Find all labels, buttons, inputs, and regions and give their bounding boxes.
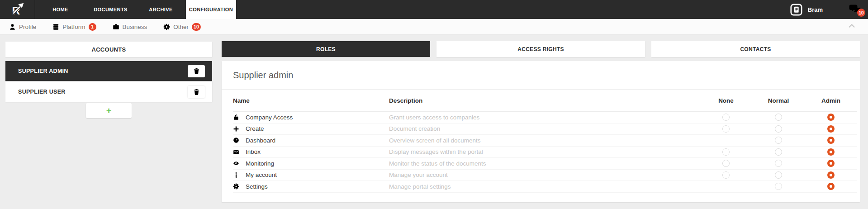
permission-description: Overview screen of all documents [389,137,700,144]
permission-name: Inbox [246,148,261,155]
collapse-toggle[interactable] [848,22,855,31]
trash-icon [193,89,200,95]
permission-name: Company Access [246,114,293,121]
subnav-label: Profile [19,24,36,30]
roles-panel: ROLES ACCESS RIGHTS CONTACTS Supplier ad… [222,41,860,202]
plus-icon [233,126,239,132]
add-account-button[interactable]: + [86,103,132,118]
radio-admin[interactable] [827,137,835,144]
radio-none[interactable] [722,160,730,167]
main-nav-tabs: HOME DOCUMENTS ARCHIVE CONFIGURATION [35,0,236,19]
account-item-supplier-admin[interactable]: SUPPLIER ADMIN [5,61,212,81]
permission-description: Monitor the status of the documents [389,160,700,167]
subnav-item-other[interactable]: Other 10 [163,23,200,31]
permission-name: My account [246,171,277,178]
permission-name: Settings [246,183,268,190]
column-header-name: Name [233,97,389,104]
permissions-table-header: Name Description None Normal Admin [233,90,857,112]
permission-name: Dashboard [246,137,275,144]
column-header-description: Description [389,97,700,104]
radio-normal[interactable] [775,160,782,167]
nav-tab-home[interactable]: HOME [35,0,85,19]
radio-normal[interactable] [775,148,782,156]
account-label: SUPPLIER ADMIN [18,68,68,74]
chat-badge: 10 [857,9,865,17]
permission-description: Manage your account [389,171,700,178]
column-header-normal: Normal [752,97,805,104]
accounts-list: SUPPLIER ADMIN SUPPLIER USER [5,61,212,102]
top-nav: HOME DOCUMENTS ARCHIVE CONFIGURATION Bra… [0,0,868,19]
permission-row-monitoring: Monitoring Monitor the status of the doc… [233,158,857,170]
subnav-label: Other [173,24,189,30]
account-item-supplier-user[interactable]: SUPPLIER USER [5,82,212,102]
subnav-item-profile[interactable]: Profile [9,24,36,30]
lock-icon [233,114,239,120]
roles-tabs: ROLES ACCESS RIGHTS CONTACTS [222,41,860,57]
config-sub-nav: Profile Platform 1 Business Other 10 [0,19,868,35]
radio-none[interactable] [722,114,730,121]
document-icon[interactable] [790,4,802,16]
user-name[interactable]: Bram [808,6,823,13]
radio-admin[interactable] [827,183,835,190]
radio-normal[interactable] [775,183,782,190]
stack-icon [52,24,59,30]
tab-roles[interactable]: ROLES [222,41,430,57]
chevron-up-icon [848,22,855,29]
radio-normal[interactable] [775,125,782,133]
subnav-item-business[interactable]: Business [113,24,147,30]
permission-row-settings: Settings Manage portal settings [233,181,857,193]
briefcase-icon [113,24,119,30]
permission-row-create: Create Document creation [233,124,857,135]
radio-none[interactable] [722,171,730,179]
nav-tab-documents[interactable]: DOCUMENTS [85,0,136,19]
subnav-item-platform[interactable]: Platform 1 [52,23,96,31]
radio-none[interactable] [722,125,730,133]
accounts-panel: ACCOUNTS SUPPLIER ADMIN SUPPLIER USER + [5,42,212,118]
other-badge: 10 [192,23,201,31]
radio-normal[interactable] [775,171,782,179]
radio-admin[interactable] [827,148,835,156]
chat-button[interactable]: 10 [849,5,861,14]
account-label: SUPPLIER USER [18,89,66,95]
permission-description: Document creation [389,125,700,132]
delete-account-button[interactable] [188,86,205,98]
role-title: Supplier admin [233,61,857,89]
nav-tab-configuration[interactable]: CONFIGURATION [186,0,236,19]
radio-none[interactable] [722,148,730,156]
radio-normal[interactable] [775,137,782,144]
user-icon [9,24,16,30]
radio-admin[interactable] [827,171,835,179]
main-content: ACCOUNTS SUPPLIER ADMIN SUPPLIER USER + … [0,35,868,209]
permission-row-my-account: My account Manage your account [233,170,857,181]
tab-access-rights[interactable]: ACCESS RIGHTS [436,41,645,57]
delete-account-button[interactable] [188,65,205,77]
gear-icon [163,24,170,30]
subnav-label: Platform [62,24,85,30]
app-logo[interactable] [0,0,35,19]
envelope-icon [233,149,239,155]
permission-description: Grant users access to companies [389,114,700,121]
gear-icon [233,183,239,190]
permission-name: Monitoring [246,160,274,167]
radio-admin[interactable] [827,125,835,133]
role-detail-card: Supplier admin Name Description None Nor… [222,61,860,202]
info-icon [233,172,239,178]
logo-r-arrow-icon [10,2,25,17]
permission-name: Create [246,125,264,132]
column-header-admin: Admin [805,97,857,104]
permission-description: Display messages within the portal [389,148,700,155]
permission-row-dashboard: Dashboard Overview screen of all documen… [233,135,857,147]
tab-contacts[interactable]: CONTACTS [651,41,860,57]
trash-icon [193,68,200,75]
nav-tab-archive[interactable]: ARCHIVE [136,0,186,19]
radio-admin[interactable] [827,114,835,121]
gauge-icon [233,137,239,143]
radio-normal[interactable] [775,114,782,121]
permission-row-inbox: Inbox Display messages within the portal [233,147,857,158]
permission-description: Manage portal settings [389,183,700,190]
column-header-none: None [700,97,752,104]
radio-admin[interactable] [827,160,835,167]
accounts-header: ACCOUNTS [5,42,212,57]
subnav-label: Business [123,24,147,30]
permission-row-company-access: Company Access Grant users access to com… [233,112,857,124]
